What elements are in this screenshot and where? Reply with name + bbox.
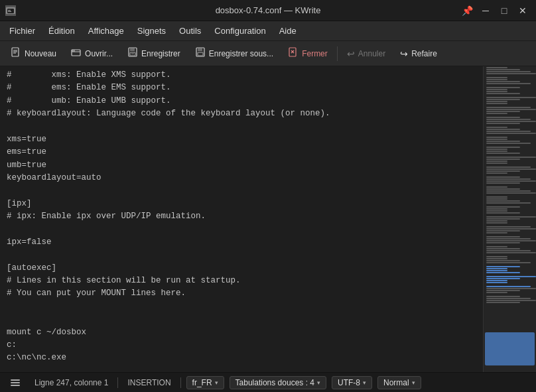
view-mode-dropdown[interactable]: Normal ▾ <box>377 376 421 389</box>
svg-rect-11 <box>130 48 135 51</box>
svg-rect-16 <box>198 52 203 56</box>
window-controls: 📌 ─ □ ✕ <box>459 4 531 17</box>
encoding-chevron: ▾ <box>363 379 366 386</box>
minimap[interactable] <box>484 66 536 372</box>
menu-outils[interactable]: Outils <box>172 23 208 38</box>
annuler-button[interactable]: ↩ Annuler <box>340 46 392 62</box>
edit-mode: INSERTION <box>123 377 174 389</box>
menu-configuration[interactable]: Configuration <box>208 23 272 38</box>
svg-rect-3 <box>8 11 11 12</box>
editor-text-area[interactable]: # xms: Enable XMS support. # ems: Enable… <box>0 66 483 372</box>
enregistrer-sous-label: Enregistrer sous... <box>209 49 273 58</box>
language-dropdown[interactable]: fr_FR ▾ <box>186 376 224 389</box>
refaire-icon: ↪ <box>400 48 408 59</box>
fermer-label: Fermer <box>302 49 328 58</box>
encoding-label: UTF-8 <box>338 378 360 387</box>
status-sep-2 <box>180 377 181 388</box>
encoding-dropdown[interactable]: UTF-8 ▾ <box>332 376 372 389</box>
language-chevron: ▾ <box>215 379 218 386</box>
nouveau-button[interactable]: Nouveau <box>4 44 63 62</box>
ouvrir-button[interactable]: Ouvrir... <box>64 44 119 62</box>
title-bar: dosbox-0.74.conf — KWrite 📌 ─ □ ✕ <box>0 0 536 21</box>
menu-fichier[interactable]: Fichier <box>3 23 42 38</box>
refaire-label: Refaire <box>411 49 437 58</box>
fermer-icon <box>288 47 299 60</box>
menu-aide[interactable]: Aide <box>273 23 303 38</box>
menu-signets[interactable]: Signets <box>131 23 172 38</box>
fermer-button[interactable]: Fermer <box>281 44 334 62</box>
nouveau-label: Nouveau <box>25 49 56 58</box>
editor-container: # xms: Enable XMS support. # ems: Enable… <box>0 66 536 372</box>
ouvrir-label: Ouvrir... <box>85 49 113 58</box>
titlebar-left <box>5 5 16 16</box>
enregistrer-label: Enregistrer <box>141 49 180 58</box>
menu-edition[interactable]: Édition <box>42 23 82 38</box>
tabs-label: Tabulations douces : 4 <box>235 378 314 387</box>
menu-bar: Fichier Édition Affichage Signets Outils… <box>0 21 536 41</box>
lines-icon-container <box>7 378 25 387</box>
cursor-position: Ligne 247, colonne 1 <box>31 377 112 389</box>
app-icon <box>5 5 16 16</box>
minimap-scrollbar[interactable] <box>483 66 536 372</box>
enregistrer-icon <box>127 47 138 60</box>
nouveau-icon <box>11 47 21 60</box>
enregistrer-sous-icon <box>195 47 206 60</box>
menu-affichage[interactable]: Affichage <box>82 23 131 38</box>
refaire-button[interactable]: ↪ Refaire <box>393 46 444 62</box>
enregistrer-sous-button[interactable]: Enregistrer sous... <box>188 44 280 62</box>
tabs-dropdown[interactable]: Tabulations douces : 4 ▾ <box>230 376 326 389</box>
language-label: fr_FR <box>192 378 212 387</box>
window-title: dosbox-0.74.conf — KWrite <box>216 5 321 15</box>
svg-rect-15 <box>198 48 202 51</box>
tabs-chevron: ▾ <box>317 379 320 386</box>
annuler-label: Annuler <box>358 49 385 58</box>
lines-icon <box>11 379 20 386</box>
toolbar: Nouveau Ouvrir... Enregistrer <box>0 41 536 66</box>
toolbar-sep-1 <box>337 46 338 61</box>
annuler-icon: ↩ <box>347 48 355 59</box>
enregistrer-button[interactable]: Enregistrer <box>121 44 187 62</box>
view-mode-label: Normal <box>383 378 409 387</box>
svg-rect-9 <box>72 50 75 52</box>
svg-rect-1 <box>7 9 14 13</box>
status-sep-1 <box>117 377 118 388</box>
maximize-button[interactable]: □ <box>496 4 512 17</box>
svg-rect-13 <box>131 53 134 54</box>
ouvrir-icon <box>71 47 82 60</box>
status-bar: Ligne 247, colonne 1 INSERTION fr_FR ▾ T… <box>0 372 536 392</box>
svg-rect-2 <box>8 10 11 11</box>
view-mode-chevron: ▾ <box>412 379 415 386</box>
pin-button[interactable]: 📌 <box>459 4 475 17</box>
close-button[interactable]: ✕ <box>515 4 531 17</box>
minimize-button[interactable]: ─ <box>478 4 494 17</box>
